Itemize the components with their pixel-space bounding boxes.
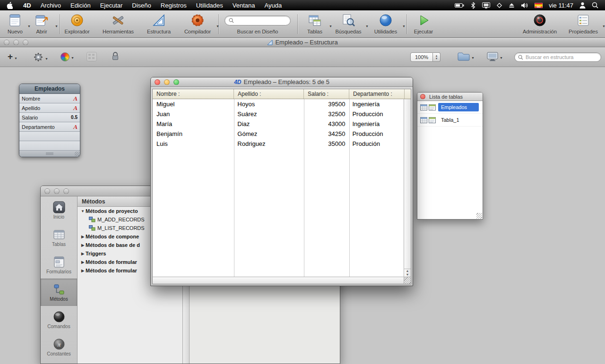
toolbar-utilidades-button[interactable]: ▼ Utilidades: [370, 12, 401, 34]
disclosure-closed-icon[interactable]: ▶: [80, 235, 86, 239]
horizontal-scrollbar[interactable]: [153, 277, 404, 284]
structure-table-empleados[interactable]: Empleados Nombre A Apellido A Salario 0.…: [19, 84, 80, 157]
folder-button[interactable]: ▼: [458, 52, 475, 61]
table-row[interactable]: Miguel Hoyos 39500 Ingeniería: [153, 99, 404, 109]
table-row[interactable]: María Diaz 43000 Ingeniería: [153, 119, 404, 129]
sidebar-item-metodos[interactable]: Métodos: [41, 279, 77, 306]
menu-item-ayuda[interactable]: Ayuda: [260, 0, 287, 10]
disclosure-closed-icon[interactable]: ▶: [80, 252, 86, 256]
scroll-arrows[interactable]: ▲▼: [404, 269, 411, 277]
design-search-input[interactable]: [236, 17, 286, 23]
structure-field-row[interactable]: Apellido A: [19, 103, 80, 113]
minimize-button[interactable]: [164, 79, 170, 85]
bluetooth-icon[interactable]: [470, 2, 476, 9]
toolbar-busquedas-button[interactable]: ▼ Búsquedas: [332, 12, 364, 34]
user-icon[interactable]: [579, 2, 586, 8]
toolbar-tablas-button[interactable]: ▼ Tablas: [302, 12, 328, 34]
menu-item-4d[interactable]: 4D: [18, 0, 36, 10]
sidebar-item-constantes[interactable]: π Constantes: [41, 333, 77, 361]
disclosure-closed-icon[interactable]: ▶: [80, 269, 86, 273]
sidebar-item-formularios[interactable]: Formularios: [41, 251, 77, 279]
disclosure-closed-icon[interactable]: ▶: [80, 243, 86, 247]
volume-icon[interactable]: [521, 2, 528, 8]
toolbar-abrir-button[interactable]: ▼ Abrir: [29, 12, 54, 34]
menu-item-diseno[interactable]: Diseño: [127, 0, 156, 10]
table-row[interactable]: Luis Rodriguez 35000 Produción: [153, 139, 404, 149]
close-button[interactable]: [155, 79, 160, 85]
sidebar-item-inicio[interactable]: Inicio: [41, 196, 77, 224]
close-button[interactable]: [44, 188, 50, 194]
minimize-button[interactable]: [54, 188, 60, 194]
zoom-button[interactable]: [173, 79, 179, 85]
vertical-scrollbar[interactable]: ▲▼: [404, 99, 411, 277]
toolbar-design-search[interactable]: Buscar en Diseño: [225, 12, 291, 34]
zoom-stepper[interactable]: ▲▼: [433, 52, 441, 62]
toolbar-compilador-button[interactable]: ▼ Compilador: [180, 12, 215, 34]
zoom-control[interactable]: 100% ▲▼: [410, 52, 441, 62]
toolbar-administracion-button[interactable]: Administración: [519, 12, 560, 34]
palette-titlebar[interactable]: Lista de tablas: [417, 93, 483, 101]
toolbar-ejecutar-button[interactable]: Ejecutar: [410, 12, 437, 34]
records-window-title: Empleado – Empleados: 5 de 5: [243, 78, 329, 85]
list-item-empleados[interactable]: Empleados: [417, 101, 483, 114]
column-header-apellido[interactable]: Apellido :: [234, 89, 304, 99]
records-titlebar[interactable]: 4D Empleado – Empleados: 5 de 5: [151, 77, 413, 87]
drag-handle[interactable]: [46, 152, 53, 155]
menu-item-utilidades[interactable]: Utilidades: [191, 0, 228, 10]
toolbar-propiedades-button[interactable]: ▼ Propiedades: [565, 12, 601, 34]
zoom-button[interactable]: [23, 40, 28, 45]
structure-search-input[interactable]: [526, 54, 597, 60]
eject-icon[interactable]: [509, 2, 515, 8]
toolbar-herramientas-button[interactable]: Herramientas: [97, 12, 139, 34]
minimize-button[interactable]: [13, 40, 19, 45]
close-button[interactable]: [4, 40, 9, 45]
structure-window-titlebar[interactable]: Empleado – Estructura: [0, 38, 605, 47]
table-row[interactable]: Benjamín Gómez 34250 Producción: [153, 129, 404, 139]
structure-search[interactable]: [514, 52, 601, 62]
display-button[interactable]: ▼: [487, 52, 503, 61]
column-header-nombre[interactable]: Nombre :: [153, 89, 234, 99]
spotlight-search-icon[interactable]: [592, 2, 598, 8]
resize-grip[interactable]: [75, 152, 79, 156]
menu-clock[interactable]: vie 11:47: [549, 2, 573, 9]
display-mode-button[interactable]: [86, 52, 97, 61]
close-button[interactable]: [420, 94, 425, 99]
column-header-salario[interactable]: Salario :: [304, 89, 349, 99]
structure-field-row[interactable]: Nombre A: [19, 94, 80, 103]
table-list-palette: Lista de tablas Empleados Tabla_1: [417, 92, 483, 220]
disclosure-open-icon[interactable]: ▼: [80, 209, 86, 213]
design-search-field[interactable]: [225, 16, 291, 25]
menu-item-archivo[interactable]: Archivo: [36, 0, 66, 10]
toolbar-estructura-button[interactable]: Estructura: [142, 12, 175, 34]
sidebar-item-comandos[interactable]: Comandos: [41, 306, 77, 333]
color-button[interactable]: ▼: [60, 52, 74, 61]
battery-icon[interactable]: [455, 3, 464, 8]
actions-gear-button[interactable]: ▼: [33, 52, 48, 62]
input-language-flag-icon[interactable]: ISO: [535, 3, 543, 8]
search-icon: [229, 18, 234, 23]
chevron-down-icon: ▼: [55, 25, 58, 28]
add-object-button[interactable]: +▼: [8, 51, 17, 62]
structure-field-row[interactable]: Salario 0.5: [19, 113, 80, 122]
sidebar-item-tablas[interactable]: Tablas: [41, 224, 77, 251]
toolbar-nuevo-button[interactable]: ▼ Nuevo: [4, 12, 26, 34]
list-item-tabla1[interactable]: Tabla_1: [417, 114, 483, 127]
structure-table-footer[interactable]: [19, 151, 80, 157]
airport-icon[interactable]: [496, 2, 502, 8]
structure-field-row[interactable]: Departamento A: [19, 122, 80, 132]
toolbar-explorador-button[interactable]: Explorador: [62, 12, 92, 34]
column-header-departamento[interactable]: Departamento :: [349, 89, 405, 99]
resize-grip[interactable]: [404, 277, 411, 284]
table-row[interactable]: Juan Suárez 32500 Producción: [153, 109, 404, 119]
menu-item-ventana[interactable]: Ventana: [228, 0, 260, 10]
resize-grip[interactable]: [476, 213, 482, 219]
structure-table-title[interactable]: Empleados: [19, 84, 80, 94]
menu-item-edicion[interactable]: Edición: [66, 0, 95, 10]
apple-menu[interactable]: [0, 2, 18, 9]
display-icon[interactable]: [482, 2, 490, 8]
disclosure-closed-icon[interactable]: ▶: [80, 260, 86, 264]
zoom-button[interactable]: [63, 188, 69, 194]
menu-item-ejecutar[interactable]: Ejecutar: [95, 0, 128, 10]
menu-item-registros[interactable]: Registros: [156, 0, 191, 10]
lock-button[interactable]: [112, 51, 119, 61]
